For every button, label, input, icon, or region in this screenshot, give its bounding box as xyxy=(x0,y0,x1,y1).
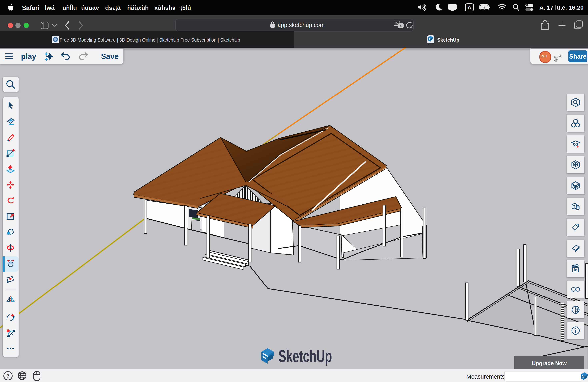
svg-text:Upgrade Now: Upgrade Now xyxy=(532,361,567,366)
svg-text:A: A xyxy=(468,4,471,10)
svg-text:x: x xyxy=(400,24,402,27)
svg-text:?: ? xyxy=(6,373,10,379)
svg-text:SketchUp: SketchUp xyxy=(278,346,332,366)
svg-text:A: A xyxy=(396,21,398,25)
